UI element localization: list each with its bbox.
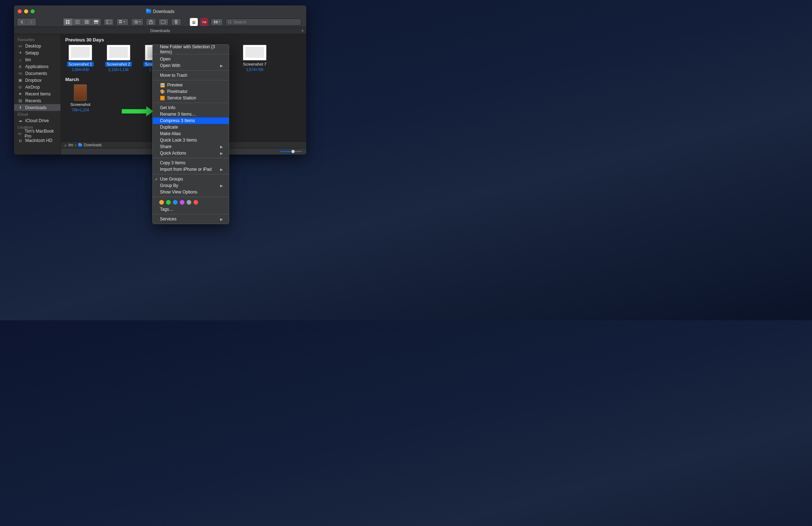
file-item[interactable]: Screenshot790×1,224 — [64, 84, 96, 112]
search-field[interactable]: Search — [226, 18, 301, 26]
menu-group-by[interactable]: Group By▶ — [153, 182, 229, 189]
menu-duplicate[interactable]: Duplicate — [153, 124, 229, 130]
menu-show-view-options[interactable]: Show View Options — [153, 189, 229, 195]
sidebar-item-home[interactable]: ⌂tim — [14, 56, 61, 63]
tag-blue[interactable] — [173, 200, 178, 205]
minimize-button[interactable] — [24, 9, 28, 13]
file-thumb — [74, 84, 87, 101]
svg-rect-10 — [97, 23, 98, 24]
menu-services[interactable]: Services▶ — [153, 216, 229, 222]
menu-make-alias[interactable]: Make Alias — [153, 130, 229, 137]
sidebar-item-airdrop[interactable]: ◎AirDrop — [14, 84, 61, 90]
svg-rect-12 — [119, 20, 120, 21]
column-view-button[interactable] — [82, 18, 92, 26]
zoom-slider[interactable] — [280, 151, 302, 152]
svg-point-17 — [136, 22, 137, 23]
menu-copy[interactable]: Copy 3 Items — [153, 160, 229, 166]
app-icon-dictionary[interactable]: Aa — [200, 18, 208, 26]
file-item[interactable]: Screenshot 22,116×1,138 — [103, 45, 134, 72]
app-icon-1[interactable] — [190, 18, 198, 26]
path-user[interactable]: tim — [68, 143, 73, 147]
menu-preview[interactable]: 🖼️Preview — [153, 82, 229, 88]
menu-compress[interactable]: Compress 3 Items — [153, 117, 229, 124]
menu-new-folder-selection[interactable]: New Folder with Selection (3 Items) — [153, 46, 229, 53]
menu-get-info[interactable]: Get Info — [153, 104, 229, 111]
gallery-view-button[interactable] — [92, 18, 101, 26]
svg-rect-1 — [68, 20, 70, 22]
tag-button[interactable] — [159, 18, 169, 26]
sidebar-head-favourites: Favourites — [14, 36, 61, 43]
svg-rect-15 — [121, 22, 122, 23]
menu-move-to-trash[interactable]: Move to Trash — [153, 72, 229, 79]
context-menu: New Folder with Selection (3 Items) Open… — [152, 44, 229, 224]
back-button[interactable] — [17, 18, 27, 26]
applications-icon: A — [18, 64, 23, 69]
pixelmator-icon: 🎨 — [160, 89, 165, 94]
tag-orange[interactable] — [159, 200, 164, 205]
forward-button[interactable] — [27, 18, 36, 26]
sidebar-item-downloads[interactable]: ⬇Downloads — [14, 104, 61, 111]
traffic-lights — [18, 9, 35, 13]
menu-quick-actions[interactable]: Quick Actions▶ — [153, 150, 229, 156]
sidebar-item-applications[interactable]: AApplications — [14, 63, 61, 70]
sidebar-item-documents[interactable]: ▭Documents — [14, 70, 61, 77]
tag-green[interactable] — [166, 200, 171, 205]
window-title: Downloads — [146, 9, 174, 14]
window-title-text: Downloads — [153, 9, 174, 14]
sidebar-item-recents[interactable]: ▤Recents — [14, 97, 61, 104]
sidebar-item-setapp[interactable]: ✦Setapp — [14, 49, 61, 56]
nav-buttons — [17, 18, 36, 26]
cloud-icon: ☁ — [18, 119, 23, 123]
new-tab-button[interactable]: + — [301, 28, 304, 34]
menu-share[interactable]: Share▶ — [153, 143, 229, 150]
toolbar: Aa Search — [14, 17, 306, 27]
menu-quick-look[interactable]: Quick Look 3 Items — [153, 137, 229, 143]
laptop-icon: ▭ — [18, 132, 22, 136]
svg-rect-13 — [121, 20, 122, 21]
share-button[interactable] — [146, 18, 156, 26]
titlebar[interactable]: Downloads — [14, 5, 306, 17]
tab-label[interactable]: Downloads — [150, 28, 170, 33]
service-station-icon: 🟧 — [160, 95, 165, 101]
menu-service-station[interactable]: 🟧Service Station — [153, 95, 229, 101]
file-thumb — [68, 45, 92, 61]
view-buttons — [63, 18, 101, 26]
action-button[interactable] — [131, 18, 143, 26]
search-placeholder: Search — [234, 20, 246, 24]
maximize-button[interactable] — [31, 9, 35, 13]
menu-open[interactable]: Open — [153, 56, 229, 62]
menu-import-iphone[interactable]: Import from iPhone or iPad▶ — [153, 166, 229, 173]
menu-open-with[interactable]: Open With▶ — [153, 62, 229, 69]
sidebar-item-recent-items[interactable]: ★Recent Items — [14, 90, 61, 97]
menu-tags[interactable]: Tags… — [153, 206, 229, 213]
tag-red[interactable] — [193, 200, 198, 205]
menu-pixelmator[interactable]: 🎨Pixelmator — [153, 88, 229, 95]
arrange-button[interactable] — [116, 18, 129, 26]
file-item[interactable]: Screenshot 12,064×830 — [64, 45, 96, 72]
group-button[interactable] — [104, 18, 114, 26]
sidebar-item-dropbox[interactable]: ▣Dropbox — [14, 77, 61, 84]
svg-point-19 — [228, 21, 231, 23]
sidebar-item-desktop[interactable]: ▭Desktop — [14, 43, 61, 49]
sidebar-item-icloud-drive[interactable]: ☁iCloud Drive — [14, 117, 61, 124]
search-icon — [228, 20, 232, 24]
dropbox-button[interactable] — [211, 18, 223, 26]
menu-rename[interactable]: Rename 3 Items… — [153, 111, 229, 117]
path-folder[interactable]: Downloads — [84, 143, 102, 147]
list-view-button[interactable] — [73, 18, 82, 26]
sidebar-item-macbook[interactable]: ▭Tim's MacBook Pro — [14, 130, 61, 137]
svg-rect-0 — [66, 20, 67, 22]
folder-icon — [78, 144, 82, 147]
trash-button[interactable] — [171, 18, 181, 26]
setapp-icon: ✦ — [18, 51, 23, 55]
menu-use-groups[interactable]: Use Groups — [153, 176, 229, 182]
recent-icon: ★ — [18, 92, 23, 96]
tag-grey[interactable] — [187, 200, 191, 205]
file-thumb — [107, 45, 130, 61]
home-icon: ⌂ — [64, 143, 67, 147]
file-item[interactable]: Screenshot 71,574×700 — [239, 45, 271, 72]
tag-purple[interactable] — [180, 200, 184, 205]
icon-view-button[interactable] — [63, 18, 73, 26]
close-button[interactable] — [18, 9, 22, 13]
home-icon: ⌂ — [18, 58, 23, 62]
